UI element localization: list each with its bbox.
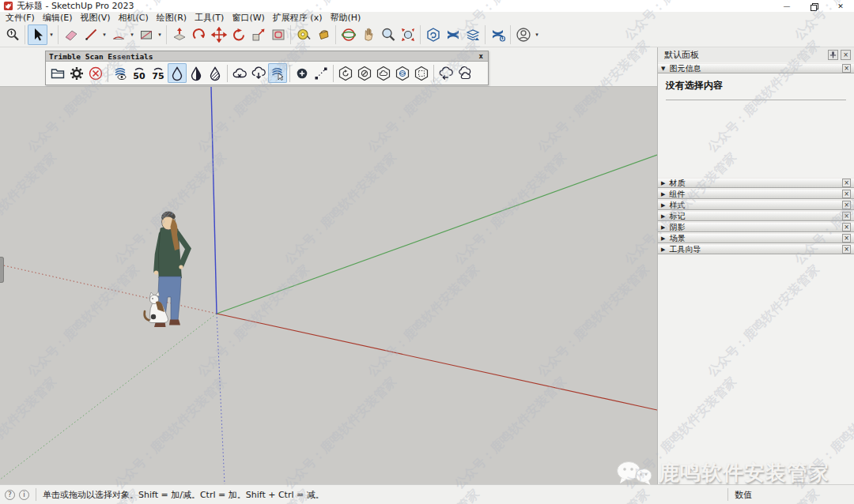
cloud-import-button[interactable] <box>249 63 268 83</box>
trimble-divider <box>227 65 228 82</box>
zoom-extents-tool-button[interactable] <box>398 24 418 45</box>
menu-window[interactable]: 窗口(W) <box>228 12 268 24</box>
point-inspect-button[interactable] <box>268 63 287 83</box>
minimize-button[interactable]: — <box>773 0 800 12</box>
drop-half-icon <box>188 66 204 81</box>
cloud-undo-button[interactable] <box>436 63 455 83</box>
rotate-tool-button[interactable] <box>229 24 248 45</box>
pan-tool-button[interactable] <box>358 24 378 45</box>
cloud-undo-icon <box>438 66 454 81</box>
trimble-close-button[interactable]: x <box>478 52 485 60</box>
open-file-button[interactable] <box>48 63 67 83</box>
line-tool-caret[interactable]: ▾ <box>100 24 108 45</box>
section-close-button[interactable]: × <box>842 190 851 198</box>
menu-camera[interactable]: 相机(C) <box>115 12 153 24</box>
expand-arrow-icon: ▼ <box>661 66 665 72</box>
menu-file[interactable]: 文件(F) <box>2 12 39 24</box>
close-button[interactable]: ✕ <box>827 0 854 12</box>
clip-box-refresh-button[interactable] <box>336 63 355 83</box>
section-close-button[interactable]: × <box>842 223 851 231</box>
offset-icon <box>270 27 286 43</box>
tape-measure-tool-button[interactable] <box>293 24 313 45</box>
rectangle-tool-caret[interactable]: ▾ <box>156 24 164 45</box>
measurement-input[interactable] <box>756 488 849 502</box>
cloud-remove-button[interactable] <box>230 63 249 83</box>
menu-help[interactable]: 帮助(H) <box>326 12 365 24</box>
arc-tool-button[interactable] <box>108 24 128 45</box>
red-x-circle-icon <box>88 66 104 81</box>
wechat-icon <box>614 460 655 487</box>
select-tool-button[interactable] <box>28 24 47 45</box>
disable-button[interactable] <box>86 63 105 83</box>
menu-tools[interactable]: 工具(T) <box>191 12 228 24</box>
push-pull-tool-button[interactable] <box>169 24 189 45</box>
clip-box-region-button[interactable] <box>412 63 431 83</box>
section-close-button[interactable]: × <box>842 245 851 254</box>
status-divider <box>36 488 36 501</box>
section-close-button[interactable]: × <box>842 201 851 209</box>
measurement-label: 数值 <box>735 489 752 501</box>
status-help-icon[interactable]: ? <box>5 490 15 500</box>
viewport-canvas[interactable] <box>0 87 657 484</box>
zoom-tool-button[interactable] <box>378 24 398 45</box>
scan-essentials-model-button[interactable] <box>423 24 443 45</box>
transparency-solid-button[interactable] <box>206 63 225 83</box>
fit-polyline-button[interactable] <box>312 63 331 83</box>
density-75-button[interactable]: 75 <box>149 63 168 83</box>
panel-close-button[interactable]: × <box>841 50 851 60</box>
menu-draw[interactable]: 绘图(R) <box>153 12 191 24</box>
section-close-button[interactable]: × <box>842 212 851 220</box>
section-components[interactable]: ▶ 组件 × <box>658 189 854 199</box>
account-caret[interactable]: ▾ <box>533 24 541 45</box>
panel-collapse-handle[interactable] <box>0 257 4 283</box>
section-tags[interactable]: ▶ 标记 × <box>658 211 854 221</box>
line-tool-button[interactable] <box>81 24 100 45</box>
menu-edit[interactable]: 编辑(E) <box>39 12 77 24</box>
scan-essentials-settings-button[interactable] <box>488 24 508 45</box>
section-shadows[interactable]: ▶ 阴影 × <box>658 222 854 232</box>
follow-me-tool-button[interactable] <box>189 24 209 45</box>
section-close-button[interactable]: × <box>842 234 851 243</box>
clip-box-scan-button[interactable] <box>393 63 412 83</box>
orbit-tool-button[interactable] <box>338 24 358 45</box>
section-styles[interactable]: ▶ 样式 × <box>658 200 854 210</box>
section-instructor[interactable]: ▶ 工具向导 × <box>658 244 854 254</box>
transparency-light-button[interactable] <box>168 63 187 83</box>
entity-info-close-button[interactable]: × <box>842 64 851 73</box>
density-75-icon: 75 <box>150 66 166 81</box>
scan-essentials-clip-button[interactable] <box>443 24 463 45</box>
section-scenes[interactable]: ▶ 场景 × <box>658 233 854 243</box>
clip-box-disable-button[interactable] <box>355 63 374 83</box>
density-50-button[interactable]: 50 <box>130 63 149 83</box>
restore-button[interactable] <box>800 0 827 12</box>
move-tool-button[interactable] <box>209 24 229 45</box>
status-info-icon[interactable]: i <box>19 490 29 500</box>
offset-tool-button[interactable] <box>268 24 288 45</box>
account-button[interactable] <box>513 24 533 45</box>
point-cloud-visibility-button[interactable] <box>111 63 130 83</box>
search-tool-button[interactable] <box>2 24 22 45</box>
toolbar-divider <box>335 25 336 44</box>
paint-bucket-tool-button[interactable] <box>313 24 333 45</box>
trimble-toolbar-titlebar[interactable]: Trimble Scan Essentials x <box>46 51 488 62</box>
panel-pin-button[interactable] <box>828 50 838 60</box>
arc-tool-caret[interactable]: ▾ <box>128 24 136 45</box>
add-point-button[interactable] <box>293 63 312 83</box>
section-close-button[interactable]: × <box>842 179 851 187</box>
menu-view[interactable]: 视图(V) <box>76 12 114 24</box>
settings-button[interactable] <box>67 63 86 83</box>
menu-extensions[interactable]: 扩展程序 (x) <box>269 12 327 24</box>
eraser-tool-button[interactable] <box>61 24 81 45</box>
entity-info-header[interactable]: ▼ 图元信息 × <box>658 63 854 73</box>
transparency-medium-button[interactable] <box>187 63 206 83</box>
section-materials[interactable]: ▶ 材质 × <box>658 178 854 188</box>
cloud-sync-button[interactable] <box>455 63 474 83</box>
scan-essentials-layers-button[interactable] <box>463 24 482 45</box>
clip-box-cloud-button[interactable] <box>374 63 393 83</box>
rectangle-tool-button[interactable] <box>136 24 156 45</box>
scale-tool-button[interactable] <box>248 24 268 45</box>
cloud-download-icon <box>251 66 266 81</box>
svg-text:50: 50 <box>133 70 145 81</box>
select-tool-caret[interactable]: ▾ <box>47 24 55 45</box>
publisher-logo-text: 鹿鸣软件安装管家 <box>659 459 829 487</box>
